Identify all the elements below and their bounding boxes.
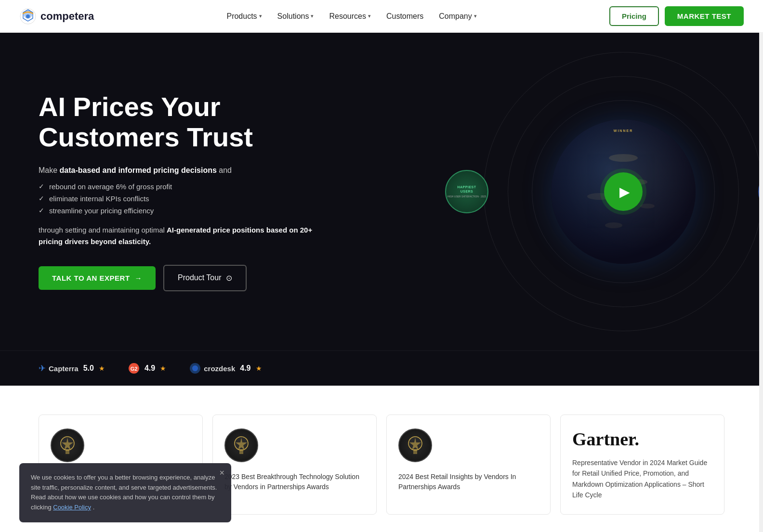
logo[interactable]: competera (19, 8, 94, 25)
svg-point-5 (640, 204, 655, 208)
badge-label: HAPPIESTUSERS (457, 185, 476, 194)
award-badge-2 (224, 428, 258, 462)
award-badge-3 (398, 428, 432, 462)
award-medal-icon (232, 436, 251, 455)
g2-icon: G2 (128, 363, 140, 374)
svg-rect-16 (239, 449, 243, 454)
star-icon: ★ (99, 364, 105, 372)
product-tour-button[interactable]: Product Tour ⊙ (163, 265, 247, 291)
crozdesk-name: crozdesk (204, 364, 235, 373)
list-item: ✓ rebound on average 6% of gross profit (39, 182, 318, 191)
award-card-2: 2023 Best Breakthrough Technology Soluti… (212, 415, 377, 515)
capterra-name: Capterra (49, 364, 79, 373)
chevron-down-icon: ▾ (259, 13, 262, 19)
svg-text:G2: G2 (131, 366, 138, 372)
market-test-button[interactable]: MARKET TEST (665, 6, 744, 26)
chevron-down-icon: ▾ (368, 13, 371, 19)
hero-title: AI Prices Your Customers Trust (39, 92, 318, 152)
nav-solutions[interactable]: Solutions ▾ (277, 12, 314, 21)
navbar: competera Products ▾ Solutions ▾ Resourc… (0, 0, 763, 33)
list-item: ✓ eliminate internal KPIs conflicts (39, 195, 318, 203)
play-button[interactable]: ▶ (604, 172, 643, 211)
hero-content: AI Prices Your Customers Trust Make data… (39, 92, 318, 291)
nav-actions: Pricing MARKET TEST (609, 6, 744, 26)
hero-section: AI Prices Your Customers Trust Make data… (0, 33, 763, 350)
arrow-right-icon: → (135, 274, 143, 282)
capterra-score: 5.0 (83, 364, 94, 373)
award-medal-icon (406, 436, 425, 455)
talk-to-expert-button[interactable]: TALK TO AN EXPERT → (39, 266, 156, 290)
badge-sub: HIGH USER SATISFACTION · 2023 (447, 195, 486, 198)
happiest-users-badge: HAPPIESTUSERS HIGH USER SATISFACTION · 2… (445, 170, 488, 213)
check-icon: ✓ (39, 195, 44, 202)
g2-logo: G2 (128, 363, 140, 374)
capterra-rating: ✈ Capterra 5.0 ★ (39, 363, 105, 374)
nav-company[interactable]: Company ▾ (439, 12, 476, 21)
nav-links: Products ▾ Solutions ▾ Resources ▾ Custo… (226, 12, 476, 21)
capterra-icon: ✈ (39, 363, 46, 374)
gartner-logo: Gartner. (572, 428, 712, 450)
winner-label: WINNER (614, 129, 633, 132)
play-circle-icon: ⊙ (226, 273, 232, 283)
cookie-banner: × We use cookies to offer you a better b… (19, 463, 231, 522)
nav-products[interactable]: Products ▾ (226, 12, 262, 21)
award-medal-icon (58, 436, 77, 455)
award-card-3: 2024 Best Retail Insights by Vendors In … (386, 415, 551, 515)
svg-point-10 (192, 365, 198, 371)
nav-resources[interactable]: Resources ▾ (329, 12, 370, 21)
award-badge-1 (51, 428, 84, 462)
award-text-3: 2024 Best Retail Insights by Vendors In … (398, 472, 539, 492)
crozdesk-score: 4.9 (240, 364, 250, 373)
crozdesk-logo: crozdesk (189, 363, 235, 374)
chevron-down-icon: ▾ (311, 13, 314, 19)
hero-buttons: TALK TO AN EXPERT → Product Tour ⊙ (39, 265, 318, 291)
play-icon: ▶ (619, 184, 630, 200)
list-item: ✓ streamline your pricing efficiency (39, 207, 318, 215)
pricing-button[interactable]: Pricing (609, 6, 659, 26)
ratings-bar: ✈ Capterra 5.0 ★ G2 4.9 ★ crozdesk 4.9 ★ (0, 350, 763, 386)
gartner-text: Representative Vendor in 2024 Market Gui… (572, 457, 712, 501)
chevron-down-icon: ▾ (474, 13, 477, 19)
star-icon: ★ (160, 364, 166, 372)
g2-rating: G2 4.9 ★ (128, 363, 166, 374)
check-icon: ✓ (39, 182, 44, 190)
svg-point-6 (605, 222, 622, 228)
capterra-logo: ✈ Capterra (39, 363, 79, 374)
svg-point-2 (609, 154, 638, 162)
hero-description: through setting and maintaining optimal … (39, 224, 318, 247)
g2-score: 4.9 (145, 364, 155, 373)
scrollbar[interactable] (759, 0, 763, 532)
hero-visual: HAPPIESTUSERS HIGH USER SATISFACTION · 2… (474, 42, 763, 341)
cookie-text: We use cookies to offer you a better bro… (31, 473, 220, 513)
logo-icon (19, 8, 37, 25)
nav-customers[interactable]: Customers (386, 12, 423, 21)
svg-rect-13 (66, 449, 69, 454)
star-icon: ★ (256, 364, 262, 372)
svg-rect-19 (413, 449, 417, 454)
award-text-2: 2023 Best Breakthrough Technology Soluti… (224, 472, 365, 492)
check-icon: ✓ (39, 207, 44, 214)
hero-checklist: ✓ rebound on average 6% of gross profit … (39, 182, 318, 215)
crozdesk-icon (189, 363, 201, 374)
crozdesk-rating: crozdesk 4.9 ★ (189, 363, 262, 374)
svg-point-1 (26, 14, 30, 18)
gartner-card: Gartner. Representative Vendor in 2024 M… (560, 415, 724, 515)
logo-text: competera (40, 10, 94, 23)
hero-subtitle: Make data-based and informed pricing dec… (39, 164, 318, 177)
globe-container: HAPPIESTUSERS HIGH USER SATISFACTION · 2… (474, 42, 763, 341)
cookie-policy-link[interactable]: Cookie Policy (53, 504, 91, 511)
cookie-close-button[interactable]: × (219, 468, 224, 478)
